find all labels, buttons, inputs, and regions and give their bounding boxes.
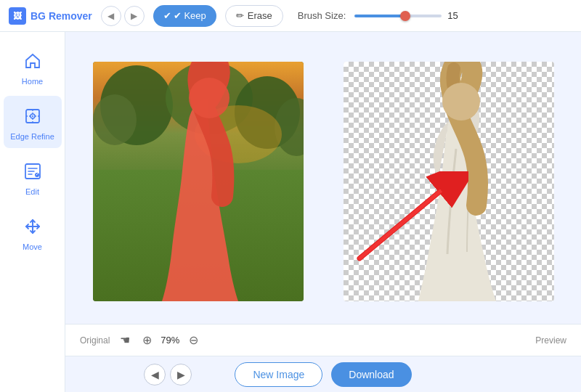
brush-size-control: 15 [354, 10, 465, 21]
status-bar: Original ☚ ⊕ 79% ⊖ Preview [65, 324, 581, 356]
new-image-button[interactable]: New Image [235, 362, 322, 387]
sidebar-item-edit[interactable]: Edit [4, 151, 62, 203]
page-nav: ◀ ▶ [144, 364, 192, 385]
image-panels [65, 32, 581, 324]
zoom-in-icon[interactable]: ⊕ [139, 332, 155, 348]
keep-label: ✔ Keep [174, 10, 206, 21]
sidebar-item-home[interactable]: Home [4, 41, 62, 93]
preview-image[interactable] [344, 62, 554, 301]
sidebar-item-move[interactable]: Move [4, 206, 62, 258]
sidebar-item-edge-refine[interactable]: Edge Refine [4, 96, 62, 148]
hand-tool-icon[interactable]: ☚ [117, 332, 133, 348]
original-image[interactable] [93, 62, 304, 301]
home-icon [20, 48, 46, 74]
main-layout: Home Edge Refine Edit [0, 32, 581, 392]
header: 🖼 BG Remover ◀ ▶ ✔ ✔ Keep ✏ Erase Brush … [0, 0, 581, 32]
erase-label: Erase [248, 10, 272, 21]
original-label: Original [80, 335, 110, 346]
original-bg [93, 62, 304, 181]
app-title: BG Remover [31, 10, 92, 22]
download-button[interactable]: Download [331, 362, 411, 387]
preview-label: Preview [535, 335, 566, 346]
original-panel [80, 46, 316, 317]
panel-divider [316, 46, 330, 317]
sidebar-home-label: Home [22, 77, 43, 86]
forward-button[interactable]: ▶ [124, 6, 145, 26]
svg-point-3 [35, 173, 39, 177]
brush-slider[interactable] [354, 15, 442, 17]
sidebar-edit-label: Edit [25, 187, 39, 196]
move-icon [20, 213, 46, 240]
sidebar-move-label: Move [23, 242, 42, 251]
zoom-controls: ☚ ⊕ 79% ⊖ [117, 332, 201, 348]
nav-arrows: ◀ ▶ [101, 6, 145, 26]
zoom-value: 79% [161, 335, 179, 346]
content-area: Original ☚ ⊕ 79% ⊖ Preview ◀ ▶ New Image… [65, 32, 581, 392]
preview-panel [330, 46, 566, 317]
app-logo: 🖼 BG Remover [9, 7, 92, 25]
status-left: Original ☚ ⊕ 79% ⊖ [80, 332, 201, 348]
keep-check-icon: ✔ [163, 10, 171, 21]
prev-page-button[interactable]: ◀ [144, 364, 166, 385]
brush-size-label: Brush Size: [298, 10, 346, 21]
erase-button[interactable]: ✏ Erase [225, 5, 283, 27]
next-page-button[interactable]: ▶ [170, 364, 192, 385]
brush-slider-thumb[interactable] [400, 11, 410, 21]
brush-value: 15 [447, 10, 465, 21]
edge-refine-icon [20, 103, 46, 129]
erase-icon: ✏ [236, 10, 244, 21]
keep-button[interactable]: ✔ ✔ Keep [153, 5, 216, 27]
original-grass [93, 170, 304, 302]
sidebar-edge-refine-label: Edge Refine [10, 132, 54, 141]
zoom-out-icon[interactable]: ⊖ [185, 332, 201, 348]
download-label: Download [349, 369, 394, 380]
new-image-label: New Image [253, 369, 304, 380]
footer: ◀ ▶ New Image Download [65, 356, 581, 392]
transparency-checker [344, 62, 554, 301]
back-button[interactable]: ◀ [101, 6, 121, 26]
edit-icon [20, 158, 46, 184]
logo-icon: 🖼 [9, 7, 26, 25]
sidebar: Home Edge Refine Edit [0, 32, 65, 392]
